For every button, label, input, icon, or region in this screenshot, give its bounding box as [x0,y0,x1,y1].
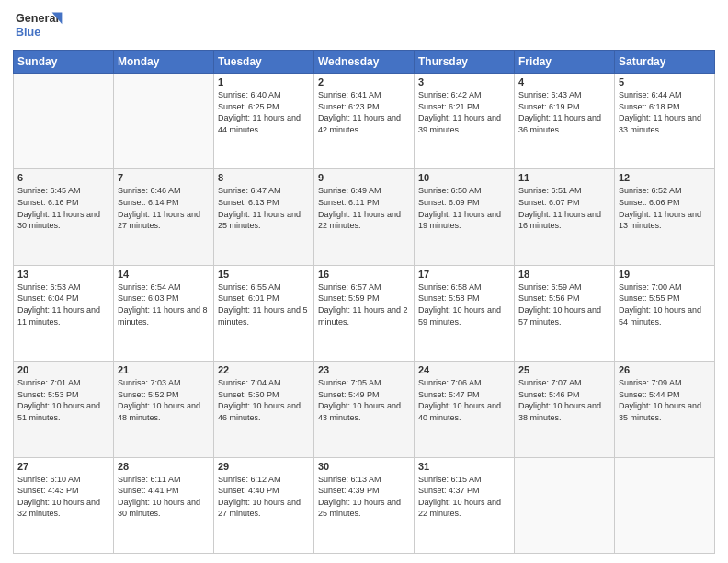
day-number: 23 [318,364,410,375]
day-info: Sunrise: 6:51 AM Sunset: 6:07 PM Dayligh… [518,185,610,231]
calendar-body: 1Sunrise: 6:40 AM Sunset: 6:25 PM Daylig… [14,74,715,554]
day-number: 18 [518,269,610,280]
day-number: 17 [418,269,510,280]
day-info: Sunrise: 6:55 AM Sunset: 6:01 PM Dayligh… [218,282,310,327]
day-number: 9 [318,172,410,183]
calendar-cell: 26Sunrise: 7:09 AM Sunset: 5:44 PM Dayli… [615,362,715,457]
calendar-cell: 16Sunrise: 6:57 AM Sunset: 5:59 PM Dayli… [314,265,415,361]
calendar-cell: 6Sunrise: 6:45 AM Sunset: 6:16 PM Daylig… [14,169,114,265]
day-number: 22 [218,364,310,375]
day-number: 2 [318,76,410,87]
col-header-saturday: Saturday [615,51,715,74]
day-info: Sunrise: 6:58 AM Sunset: 5:58 PM Dayligh… [418,282,510,327]
day-number: 28 [118,461,210,472]
col-header-sunday: Sunday [14,51,114,74]
calendar-cell: 30Sunrise: 6:13 AM Sunset: 4:39 PM Dayli… [314,457,415,553]
day-info: Sunrise: 6:13 AM Sunset: 4:39 PM Dayligh… [318,474,410,520]
day-number: 3 [418,76,510,87]
day-info: Sunrise: 6:46 AM Sunset: 6:14 PM Dayligh… [118,185,210,231]
day-number: 19 [619,269,711,280]
calendar-cell: 11Sunrise: 6:51 AM Sunset: 6:07 PM Dayli… [515,169,615,265]
calendar-week-1: 1Sunrise: 6:40 AM Sunset: 6:25 PM Daylig… [14,74,715,169]
day-number: 7 [118,172,210,183]
day-info: Sunrise: 7:00 AM Sunset: 5:55 PM Dayligh… [619,282,711,327]
day-number: 26 [619,364,711,375]
calendar-cell: 29Sunrise: 6:12 AM Sunset: 4:40 PM Dayli… [214,457,314,553]
day-number: 16 [318,269,410,280]
col-header-friday: Friday [515,51,615,74]
calendar-cell: 31Sunrise: 6:15 AM Sunset: 4:37 PM Dayli… [415,457,515,553]
day-info: Sunrise: 6:42 AM Sunset: 6:21 PM Dayligh… [418,89,510,135]
day-info: Sunrise: 6:59 AM Sunset: 5:56 PM Dayligh… [518,282,610,327]
day-number: 27 [17,461,109,472]
calendar-cell: 17Sunrise: 6:58 AM Sunset: 5:58 PM Dayli… [415,265,515,361]
day-info: Sunrise: 6:45 AM Sunset: 6:16 PM Dayligh… [17,185,109,231]
calendar-cell: 15Sunrise: 6:55 AM Sunset: 6:01 PM Dayli… [214,265,314,361]
day-info: Sunrise: 7:05 AM Sunset: 5:49 PM Dayligh… [318,377,410,423]
calendar-cell: 2Sunrise: 6:41 AM Sunset: 6:23 PM Daylig… [314,74,415,169]
day-info: Sunrise: 6:11 AM Sunset: 4:41 PM Dayligh… [118,474,210,520]
day-number: 11 [518,172,610,183]
calendar-cell: 5Sunrise: 6:44 AM Sunset: 6:18 PM Daylig… [615,74,715,169]
day-info: Sunrise: 7:03 AM Sunset: 5:52 PM Dayligh… [118,377,210,423]
day-number: 5 [619,76,711,87]
day-number: 29 [218,461,310,472]
calendar-cell: 7Sunrise: 6:46 AM Sunset: 6:14 PM Daylig… [114,169,214,265]
day-info: Sunrise: 6:54 AM Sunset: 6:03 PM Dayligh… [118,282,210,327]
calendar-cell [114,74,214,169]
day-number: 25 [518,364,610,375]
calendar-cell: 14Sunrise: 6:54 AM Sunset: 6:03 PM Dayli… [114,265,214,361]
day-number: 4 [518,76,610,87]
calendar-cell: 25Sunrise: 7:07 AM Sunset: 5:46 PM Dayli… [515,362,615,457]
calendar-cell: 23Sunrise: 7:05 AM Sunset: 5:49 PM Dayli… [314,362,415,457]
day-number: 15 [218,269,310,280]
calendar-cell: 12Sunrise: 6:52 AM Sunset: 6:06 PM Dayli… [615,169,715,265]
day-number: 30 [318,461,410,472]
day-number: 21 [118,364,210,375]
day-info: Sunrise: 6:50 AM Sunset: 6:09 PM Dayligh… [418,185,510,231]
day-number: 10 [418,172,510,183]
calendar-cell: 3Sunrise: 6:42 AM Sunset: 6:21 PM Daylig… [415,74,515,169]
calendar-table: SundayMondayTuesdayWednesdayThursdayFrid… [13,50,715,554]
day-number: 6 [17,172,109,183]
calendar-week-5: 27Sunrise: 6:10 AM Sunset: 4:43 PM Dayli… [14,457,715,553]
logo-icon: GeneralBlue [13,9,68,42]
svg-text:Blue: Blue [16,26,40,39]
day-info: Sunrise: 6:12 AM Sunset: 4:40 PM Dayligh… [218,474,310,520]
day-info: Sunrise: 7:07 AM Sunset: 5:46 PM Dayligh… [518,377,610,423]
day-number: 20 [17,364,109,375]
day-info: Sunrise: 6:47 AM Sunset: 6:13 PM Dayligh… [218,185,310,231]
calendar-cell: 21Sunrise: 7:03 AM Sunset: 5:52 PM Dayli… [114,362,214,457]
calendar-cell: 1Sunrise: 6:40 AM Sunset: 6:25 PM Daylig… [214,74,314,169]
day-info: Sunrise: 7:06 AM Sunset: 5:47 PM Dayligh… [418,377,510,423]
calendar-cell: 4Sunrise: 6:43 AM Sunset: 6:19 PM Daylig… [515,74,615,169]
col-header-thursday: Thursday [415,51,515,74]
day-info: Sunrise: 6:44 AM Sunset: 6:18 PM Dayligh… [619,89,711,135]
calendar-cell [615,457,715,553]
day-info: Sunrise: 7:09 AM Sunset: 5:44 PM Dayligh… [619,377,711,423]
day-number: 13 [17,269,109,280]
calendar-cell: 13Sunrise: 6:53 AM Sunset: 6:04 PM Dayli… [14,265,114,361]
calendar-cell: 9Sunrise: 6:49 AM Sunset: 6:11 PM Daylig… [314,169,415,265]
day-info: Sunrise: 6:15 AM Sunset: 4:37 PM Dayligh… [418,474,510,520]
calendar-week-2: 6Sunrise: 6:45 AM Sunset: 6:16 PM Daylig… [14,169,715,265]
day-info: Sunrise: 6:57 AM Sunset: 5:59 PM Dayligh… [318,282,410,327]
day-info: Sunrise: 6:10 AM Sunset: 4:43 PM Dayligh… [17,474,109,520]
calendar-cell: 22Sunrise: 7:04 AM Sunset: 5:50 PM Dayli… [214,362,314,457]
calendar-cell: 19Sunrise: 7:00 AM Sunset: 5:55 PM Dayli… [615,265,715,361]
col-header-wednesday: Wednesday [314,51,415,74]
calendar-cell: 8Sunrise: 6:47 AM Sunset: 6:13 PM Daylig… [214,169,314,265]
col-header-tuesday: Tuesday [214,51,314,74]
day-number: 14 [118,269,210,280]
calendar-cell [14,74,114,169]
day-info: Sunrise: 7:01 AM Sunset: 5:53 PM Dayligh… [17,377,109,423]
day-info: Sunrise: 6:41 AM Sunset: 6:23 PM Dayligh… [318,89,410,135]
calendar-cell: 27Sunrise: 6:10 AM Sunset: 4:43 PM Dayli… [14,457,114,553]
day-info: Sunrise: 6:43 AM Sunset: 6:19 PM Dayligh… [518,89,610,135]
day-info: Sunrise: 6:49 AM Sunset: 6:11 PM Dayligh… [318,185,410,231]
calendar-header-row: SundayMondayTuesdayWednesdayThursdayFrid… [14,51,715,74]
day-number: 31 [418,461,510,472]
calendar-cell: 18Sunrise: 6:59 AM Sunset: 5:56 PM Dayli… [515,265,615,361]
calendar-cell [515,457,615,553]
calendar-cell: 20Sunrise: 7:01 AM Sunset: 5:53 PM Dayli… [14,362,114,457]
